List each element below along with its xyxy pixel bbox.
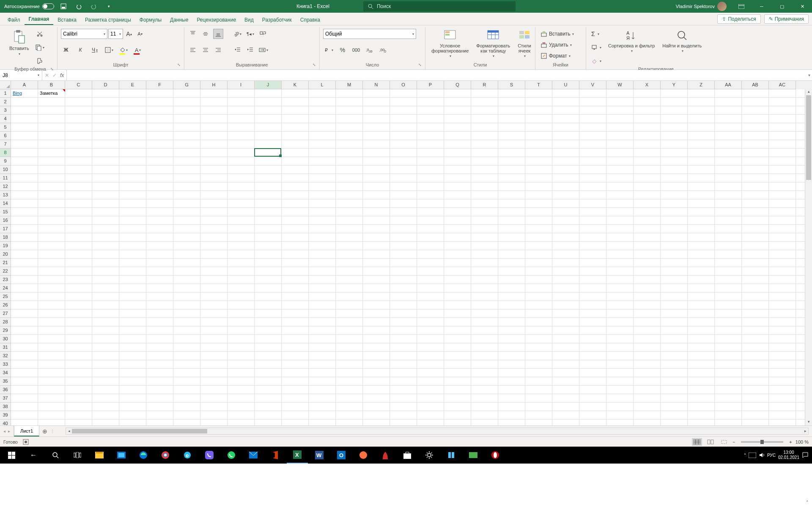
cells-area[interactable]: BingЗаметка — [11, 89, 812, 425]
taskbar-app-2[interactable] — [111, 447, 132, 464]
col-header-J[interactable]: J — [255, 81, 282, 89]
align-center-button[interactable] — [200, 45, 211, 55]
tray-clock[interactable]: 13:00 02.01.2021 — [778, 450, 799, 460]
tray-chevron[interactable]: ˄ — [744, 453, 746, 458]
taskbar-chrome[interactable] — [155, 447, 176, 464]
back-button[interactable]: ← — [23, 447, 44, 464]
tab-review[interactable]: Рецензирование — [192, 14, 240, 25]
task-view-button[interactable] — [67, 447, 88, 464]
wrap-text-button[interactable] — [258, 29, 268, 39]
accounting-button[interactable]: ₽▾ — [323, 45, 334, 55]
row-header-13[interactable]: 13 — [0, 191, 11, 199]
sheet-prev-button[interactable]: ◂ — [3, 429, 5, 433]
col-header-Z[interactable]: Z — [688, 81, 715, 89]
zoom-slider[interactable] — [741, 441, 783, 443]
row-header-3[interactable]: 3 — [0, 106, 11, 115]
cell-styles-button[interactable]: Стили ячеек▾ — [515, 29, 534, 59]
taskbar-office[interactable] — [265, 447, 286, 464]
col-header-E[interactable]: E — [119, 81, 146, 89]
row-header-4[interactable]: 4 — [0, 115, 11, 123]
row-header-33[interactable]: 33 — [0, 360, 11, 369]
tab-insert[interactable]: Вставка — [53, 14, 81, 25]
find-select-button[interactable]: Найти и выделить▾ — [660, 29, 704, 54]
hscroll-thumb[interactable] — [72, 429, 207, 433]
taskbar-ie[interactable]: e — [177, 447, 198, 464]
taskbar-word[interactable]: W — [309, 447, 330, 464]
add-sheet-button[interactable]: ⊕ — [39, 426, 50, 436]
row-header-14[interactable]: 14 — [0, 199, 11, 208]
col-header-I[interactable]: I — [228, 81, 255, 89]
col-header-AC[interactable]: AC — [769, 81, 796, 89]
clipboard-launcher[interactable]: ⤡ — [49, 65, 55, 73]
zoom-out-button[interactable]: − — [732, 439, 735, 444]
clear-button[interactable]: ▾ — [590, 56, 603, 66]
decrease-indent-button[interactable] — [233, 45, 243, 55]
share-button[interactable]: ⇪Поделиться — [717, 14, 760, 24]
conditional-formatting-button[interactable]: Условное форматирование▾ — [429, 29, 471, 59]
row-header-1[interactable]: 1 — [0, 89, 11, 98]
row-header-34[interactable]: 34 — [0, 369, 11, 377]
tray-volume[interactable] — [759, 452, 765, 458]
row-header-2[interactable]: 2 — [0, 98, 11, 106]
close-button[interactable]: ✕ — [793, 0, 812, 13]
row-header-21[interactable]: 21 — [0, 259, 11, 267]
align-middle-button[interactable] — [200, 29, 211, 39]
row-header-38[interactable]: 38 — [0, 403, 11, 411]
row-header-12[interactable]: 12 — [0, 182, 11, 191]
insert-cells-button[interactable]: Вставить▾ — [539, 29, 576, 39]
zoom-level[interactable]: 100 % — [796, 439, 809, 444]
search-button[interactable] — [45, 447, 66, 464]
taskbar-mail[interactable] — [243, 447, 264, 464]
fill-button[interactable]: ▾ — [590, 42, 603, 52]
taskbar-app-4[interactable] — [375, 447, 396, 464]
col-header-R[interactable]: R — [471, 81, 498, 89]
col-header-Q[interactable]: Q — [444, 81, 471, 89]
col-header-Y[interactable]: Y — [661, 81, 688, 89]
delete-cells-button[interactable]: Удалить▾ — [539, 40, 573, 50]
view-pagebreak-button[interactable] — [719, 438, 729, 446]
increase-decimal-button[interactable]: ,0,00 — [365, 45, 375, 55]
italic-button[interactable]: К — [75, 45, 85, 55]
taskbar-whatsapp[interactable] — [221, 447, 242, 464]
col-header-AB[interactable]: AB — [742, 81, 769, 89]
taskbar-app-3[interactable] — [353, 447, 374, 464]
row-header-19[interactable]: 19 — [0, 242, 11, 250]
taskbar-settings[interactable] — [419, 447, 440, 464]
decrease-font-button[interactable]: A▾ — [135, 29, 145, 39]
col-header-T[interactable]: T — [525, 81, 552, 89]
horizontal-scrollbar[interactable]: ◂ ▸ — [66, 428, 809, 435]
view-page-layout-button[interactable] — [705, 438, 716, 446]
font-color-button[interactable]: A▾ — [133, 45, 143, 55]
align-top-button[interactable] — [188, 29, 198, 39]
redo-button[interactable] — [88, 0, 100, 12]
tab-pagelayout[interactable]: Разметка страницы — [81, 14, 135, 25]
autosave-switch-icon[interactable] — [42, 3, 54, 9]
align-bottom-button[interactable] — [213, 29, 223, 39]
row-header-10[interactable]: 10 — [0, 166, 11, 174]
taskbar-viber[interactable] — [199, 447, 220, 464]
autosum-button[interactable]: Σ▾ — [590, 29, 603, 39]
col-header-M[interactable]: M — [336, 81, 363, 89]
row-header-27[interactable]: 27 — [0, 309, 11, 318]
view-normal-button[interactable] — [692, 438, 702, 446]
fill-color-button[interactable]: ▾ — [118, 45, 129, 55]
account-button[interactable]: Vladimir Spektorov — [676, 2, 727, 11]
cut-button[interactable] — [34, 29, 45, 39]
col-header-W[interactable]: W — [606, 81, 634, 89]
zoom-in-button[interactable]: + — [789, 439, 792, 444]
col-header-G[interactable]: G — [173, 81, 200, 89]
row-header-31[interactable]: 31 — [0, 343, 11, 352]
row-header-37[interactable]: 37 — [0, 394, 11, 403]
formula-input[interactable]: ▾ — [67, 70, 812, 80]
row-header-24[interactable]: 24 — [0, 284, 11, 293]
decrease-decimal-button[interactable]: ,00,0 — [378, 45, 388, 55]
col-header-K[interactable]: K — [282, 81, 309, 89]
orientation-button[interactable]: ab▾ — [233, 29, 243, 39]
start-button[interactable] — [1, 447, 22, 464]
col-header-V[interactable]: V — [579, 81, 606, 89]
scroll-left-button[interactable]: ◂ — [66, 428, 72, 434]
comments-button[interactable]: ✎Примечания — [764, 14, 809, 24]
taskbar-store[interactable] — [397, 447, 418, 464]
row-header-35[interactable]: 35 — [0, 377, 11, 386]
sort-filter-button[interactable]: АЯ Сортировка и фильтр▾ — [606, 29, 657, 54]
